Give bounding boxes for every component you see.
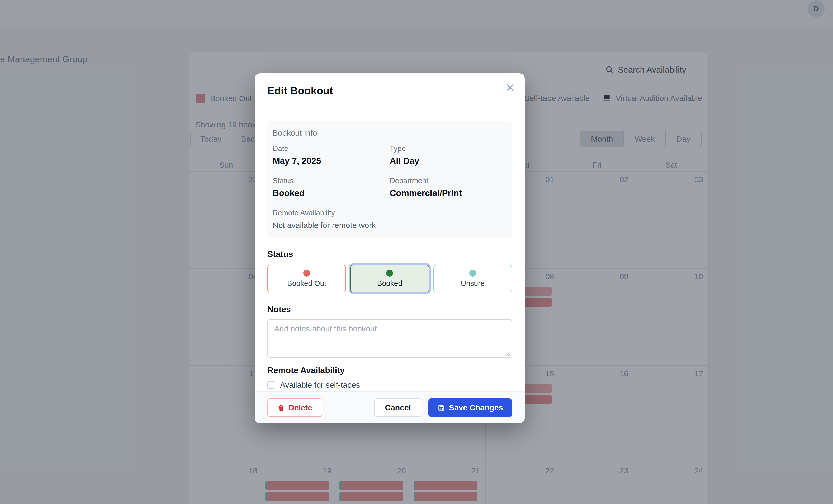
status-options: Booked OutBookedUnsure	[267, 265, 512, 292]
bookout-info-heading: Bookout Info	[272, 128, 507, 138]
info-field-value: Commercial/Print	[390, 188, 507, 198]
remote-availability-heading: Remote Availability	[267, 365, 512, 375]
notes-textarea[interactable]	[267, 319, 512, 358]
status-section-heading: Status	[267, 249, 512, 259]
info-field-status: Status Booked	[272, 176, 390, 198]
remote-option-row: Available for self-tapes	[267, 381, 512, 389]
info-field-type: Type All Day	[390, 144, 507, 166]
save-button[interactable]: Save Changes	[428, 399, 512, 417]
info-field-label: Date	[272, 144, 390, 153]
status-option-unsure[interactable]: Unsure	[433, 265, 512, 292]
close-button[interactable]: ×	[506, 80, 515, 95]
checkbox-label: Available for self-tapes	[280, 381, 360, 389]
info-field-label: Status	[272, 176, 390, 185]
modal-body: Bookout Info Date May 7, 2025 Type All D…	[255, 111, 525, 405]
modal-title: Edit Bookout	[267, 85, 512, 97]
status-option-booked-out[interactable]: Booked Out	[267, 265, 346, 292]
status-dot	[303, 270, 310, 277]
status-option-label: Booked	[377, 279, 402, 288]
save-icon	[437, 404, 445, 412]
bookout-info-grid: Date May 7, 2025 Type All Day Status Boo…	[272, 144, 507, 198]
cancel-button[interactable]: Cancel	[374, 399, 422, 417]
notes-heading: Notes	[267, 305, 512, 314]
info-field-value: May 7, 2025	[272, 156, 390, 166]
cancel-label: Cancel	[385, 403, 411, 412]
status-dot	[469, 270, 476, 277]
info-field-label: Remote Availability	[272, 209, 507, 217]
status-dot	[386, 270, 393, 277]
info-field-value: Not available for remote work	[272, 221, 507, 230]
close-icon: ×	[506, 79, 515, 96]
delete-button[interactable]: Delete	[267, 399, 322, 417]
info-field-department: Department Commercial/Print	[390, 176, 507, 198]
notes-field	[267, 319, 512, 359]
info-field-value: All Day	[390, 156, 507, 166]
modal-footer: Delete Cancel Save Changes	[255, 391, 525, 423]
info-field-value: Booked	[272, 188, 390, 198]
checkbox[interactable]	[267, 381, 275, 389]
status-option-label: Booked Out	[287, 279, 326, 288]
bookout-info-panel: Bookout Info Date May 7, 2025 Type All D…	[267, 121, 512, 238]
modal-header: Edit Bookout ×	[255, 73, 525, 111]
trash-icon	[278, 404, 285, 411]
status-option-booked[interactable]: Booked	[350, 265, 429, 292]
status-option-label: Unsure	[461, 279, 484, 288]
info-field-remote: Remote Availability Not available for re…	[272, 209, 507, 230]
info-field-label: Department	[390, 176, 507, 185]
info-field-label: Type	[390, 144, 507, 153]
info-field-date: Date May 7, 2025	[272, 144, 390, 166]
edit-bookout-modal: Edit Bookout × Bookout Info Date May 7, …	[255, 73, 525, 423]
delete-label: Delete	[288, 403, 312, 412]
save-label: Save Changes	[449, 403, 503, 412]
